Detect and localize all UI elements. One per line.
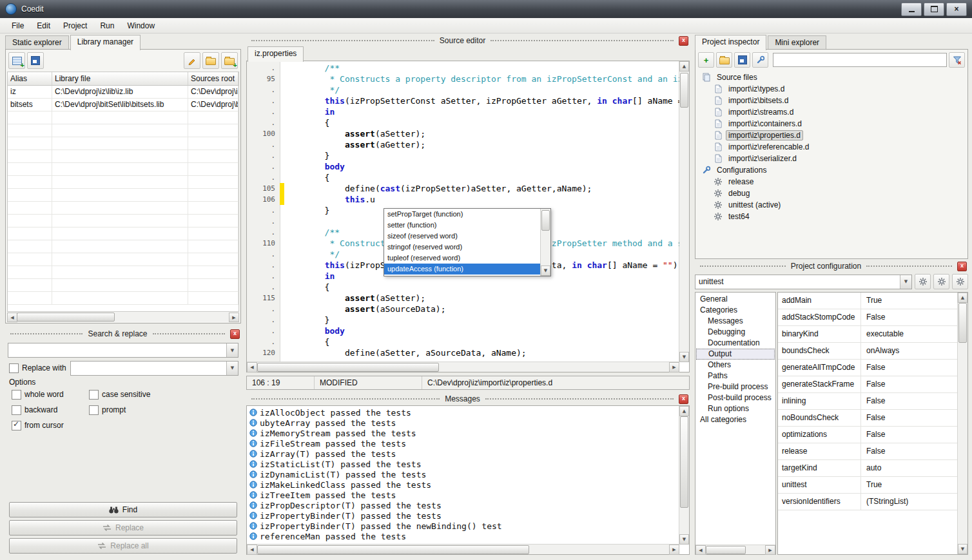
category-item-pre-build-process[interactable]: Pre-build process [696, 381, 775, 392]
replace-all-button[interactable]: Replace all [9, 538, 237, 554]
column-header[interactable]: Alias [8, 72, 52, 85]
save-project-button[interactable] [734, 52, 750, 68]
replace-button[interactable]: Replace [9, 520, 237, 536]
property-rows[interactable]: addMainTrueaddStackStompCodeFalsebinaryK… [778, 293, 958, 554]
category-item-paths[interactable]: Paths [696, 371, 775, 381]
minimize-button[interactable] [901, 3, 922, 16]
dropdown-arrow-icon[interactable]: ▼ [900, 275, 911, 289]
table-row[interactable] [8, 137, 238, 150]
clone-configuration-button[interactable] [933, 274, 949, 289]
tab-mini-explorer[interactable]: Mini explorer [768, 35, 826, 50]
message-item[interactable]: izArray(T) passed the tests [247, 449, 679, 459]
tree-item[interactable]: import\iz\streams.d [698, 106, 965, 118]
message-item[interactable]: izTreeItem passed the tests [247, 490, 679, 500]
messages-list[interactable]: izAllocObject passed the testsubyteArray… [247, 407, 679, 545]
replace-with-checkbox[interactable]: Replace with [9, 362, 66, 374]
message-item[interactable]: izMemoryStream passed the tests [247, 428, 679, 438]
property-row[interactable]: releaseFalse [778, 443, 958, 460]
library-hscrollbar[interactable]: ◀ ▶ [7, 313, 239, 322]
category-item-output[interactable]: Output [696, 349, 775, 360]
completion-item[interactable]: setter (function) [384, 220, 541, 231]
property-value[interactable]: False [861, 393, 958, 409]
property-row[interactable]: unittestTrue [778, 477, 958, 494]
table-row[interactable] [8, 124, 238, 137]
new-source-button[interactable]: + [698, 52, 714, 68]
property-row[interactable]: generateAllTmpCodeFalse [778, 360, 958, 376]
close-config-panel-button[interactable]: x [957, 262, 967, 271]
table-row[interactable] [8, 111, 238, 124]
property-value[interactable]: False [861, 427, 958, 443]
menu-item-project[interactable]: Project [57, 19, 93, 32]
messages-hscrollbar[interactable]: ◀ ▶ [247, 544, 679, 554]
checkbox-backward[interactable]: backward [12, 404, 89, 416]
property-value[interactable]: True [861, 293, 958, 309]
tree-item[interactable]: unittest (active) [698, 199, 965, 211]
edit-library-button[interactable] [184, 52, 200, 69]
editor-hscrollbar[interactable]: ◀ ▶ [247, 362, 679, 372]
table-row[interactable] [8, 176, 238, 189]
menu-item-run[interactable]: Run [93, 19, 121, 32]
tree-item[interactable]: debug [698, 188, 965, 199]
table-row[interactable] [8, 215, 238, 227]
tree-item[interactable]: import\iz\bitsets.d [698, 95, 965, 106]
message-item[interactable]: ubyteArray passed the tests [247, 418, 679, 428]
find-button[interactable]: Find [9, 502, 237, 517]
property-value[interactable]: auto [861, 460, 958, 476]
project-tools-button[interactable] [752, 52, 768, 68]
inspector-filter-input[interactable] [773, 53, 947, 67]
tree-item[interactable]: import\iz\referencable.d [698, 141, 965, 153]
search-term-combobox[interactable]: ▼ [8, 343, 238, 358]
property-value[interactable]: False [861, 443, 958, 459]
property-row[interactable]: optimizationsFalse [778, 427, 958, 443]
menu-item-edit[interactable]: Edit [30, 19, 57, 32]
add-library-from-folder-button[interactable]: + [221, 52, 238, 69]
category-item-run-options[interactable]: Run options [696, 403, 775, 414]
open-source-button[interactable] [716, 52, 732, 68]
message-item[interactable]: izDynamicList(T) passed the tests [247, 469, 679, 479]
close-messages-panel-button[interactable]: x [679, 394, 688, 404]
completion-list[interactable]: setPropTarget (function)setter (function… [384, 209, 550, 275]
menu-item-file[interactable]: File [5, 19, 30, 32]
tree-item[interactable]: Configurations [698, 164, 965, 176]
tree-item[interactable]: release [698, 176, 965, 188]
property-value[interactable]: False [861, 309, 958, 325]
checkbox-whole-word[interactable]: whole word [12, 389, 89, 400]
editor-vscrollbar[interactable]: ▲ ▼ [679, 61, 689, 362]
message-item[interactable]: referenceMan passed the tests [247, 531, 679, 541]
table-row[interactable] [8, 227, 238, 240]
open-library-folder-button[interactable] [202, 52, 219, 69]
column-header[interactable]: Library file [52, 72, 188, 85]
message-item[interactable]: izPropertyBinder(T) passed the newBindin… [247, 521, 679, 531]
completion-item[interactable]: setPropTarget (function) [384, 209, 541, 220]
property-row[interactable]: boundsCheckonAlways [778, 343, 958, 360]
table-row[interactable] [8, 150, 238, 163]
filter-button[interactable] [949, 52, 965, 68]
checkbox-prompt[interactable]: prompt [89, 404, 235, 416]
dropdown-arrow-icon[interactable]: ▼ [226, 343, 238, 357]
close-button[interactable]: × [946, 3, 967, 16]
category-item-all-categories[interactable]: All categories [696, 414, 775, 425]
property-value[interactable]: False [861, 376, 958, 392]
property-row[interactable]: inliningFalse [778, 393, 958, 410]
replace-term-combobox[interactable]: ▼ [70, 361, 238, 376]
checkbox-case-sensitive[interactable]: case sensitive [89, 389, 235, 400]
category-item-others[interactable]: Others [696, 360, 775, 371]
category-item-debugging[interactable]: Debugging [696, 327, 775, 338]
add-configuration-button[interactable] [915, 274, 931, 289]
table-row[interactable] [8, 266, 238, 279]
column-header[interactable]: Sources root [188, 72, 238, 85]
table-row[interactable] [8, 292, 238, 305]
message-item[interactable]: izAllocObject passed the tests [247, 407, 679, 418]
table-row[interactable]: izC:\Dev\dproj\iz\lib\iz.libC:\Dev\dproj… [8, 86, 238, 99]
tab-project-inspector[interactable]: Project inspector [695, 35, 766, 50]
message-item[interactable]: izFileStream passed the tests [247, 438, 679, 449]
table-row[interactable] [8, 253, 238, 266]
property-value[interactable]: True [861, 477, 958, 493]
category-items[interactable]: GeneralCategoriesMessagesDebuggingDocume… [696, 294, 775, 545]
maximize-button[interactable] [924, 3, 944, 16]
table-row[interactable] [8, 279, 238, 292]
tree-item[interactable]: import\iz\types.d [698, 83, 965, 95]
property-row[interactable]: binaryKindexecutable [778, 326, 958, 343]
table-row[interactable] [8, 189, 238, 202]
save-libraries-button[interactable] [27, 52, 44, 69]
